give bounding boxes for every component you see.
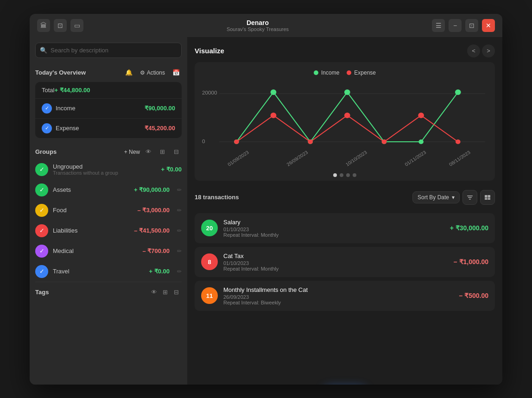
svg-text:26/09/2023: 26/09/2023 — [286, 150, 309, 167]
filter-button-2[interactable] — [480, 190, 495, 205]
svg-point-9 — [418, 139, 424, 144]
deselect-icon[interactable]: ⊟ — [171, 146, 182, 158]
svg-rect-28 — [485, 198, 488, 200]
liabilities-value: – ₹41,500.00 — [134, 227, 170, 234]
actions-icon: ⚙ — [140, 69, 145, 76]
expense-label: ✓ Expense — [42, 123, 145, 133]
groups-header: Groups + New 👁 ⊞ ⊟ — [30, 142, 187, 159]
chart-dot-4[interactable] — [353, 173, 356, 177]
group-item-liabilities[interactable]: ✓ Liabilities – ₹41,500.00 ✏ — [30, 221, 187, 241]
trans-repeat-installments: Repeat Interval: Biweekly — [223, 300, 454, 305]
legend-income: Income — [314, 69, 339, 76]
liabilities-icon: ✓ — [35, 224, 48, 237]
overview-header: Today's Overview 🔔 ⚙ Actions 📅 — [30, 63, 187, 82]
actions-button[interactable]: ⚙ Actions — [137, 69, 168, 77]
medical-name: Medical — [53, 247, 138, 254]
chart-dot-3[interactable] — [346, 173, 350, 177]
food-value: – ₹3,000.00 — [138, 207, 170, 214]
trans-amount-installments: – ₹500.00 — [459, 292, 489, 299]
calendar-icon[interactable]: 📅 — [171, 67, 182, 78]
trans-amount-salary: + ₹30,000.00 — [450, 224, 488, 232]
chevron-down-icon: ▾ — [452, 194, 455, 201]
assets-icon: ✓ — [35, 183, 48, 196]
chart-next-button[interactable]: > — [482, 44, 495, 57]
medical-edit-icon[interactable]: ✏ — [177, 248, 182, 254]
svg-text:01/11/2023: 01/11/2023 — [404, 150, 427, 167]
menu-button[interactable]: ☰ — [432, 19, 445, 32]
trans-amount-cattax: – ₹1,000.00 — [454, 258, 488, 265]
tb-icon-window[interactable]: ▭ — [70, 19, 83, 32]
group-item-travel[interactable]: ✓ Travel + ₹0.00 ✏ — [30, 261, 187, 282]
liabilities-edit-icon[interactable]: ✏ — [177, 227, 182, 234]
total-label: Total — [42, 87, 54, 94]
travel-icon: ✓ — [35, 265, 48, 278]
new-group-button[interactable]: + New — [124, 149, 140, 155]
search-icon: 🔍 — [40, 47, 47, 54]
transaction-salary[interactable]: 20 Salary 01/10/2023 Repeat Interval: Mo… — [195, 213, 495, 243]
chart-dot-2[interactable] — [340, 173, 343, 177]
svg-text:08/11/2023: 08/11/2023 — [448, 150, 471, 167]
grid-icon[interactable]: ⊞ — [157, 146, 168, 158]
svg-rect-24 — [468, 197, 472, 198]
tb-icon-layout[interactable]: ⊡ — [54, 19, 67, 32]
close-button[interactable]: ✕ — [482, 19, 495, 32]
overview-title: Today's Overview — [35, 69, 120, 76]
app-title: Denaro — [83, 19, 432, 26]
search-input[interactable] — [35, 43, 182, 58]
food-name: Food — [53, 207, 133, 214]
food-edit-icon[interactable]: ✏ — [177, 207, 182, 214]
assets-value: + ₹90,000.00 — [134, 186, 170, 193]
notification-icon[interactable]: 🔔 — [123, 67, 134, 78]
expense-check-icon: ✓ — [42, 123, 52, 133]
assets-edit-icon[interactable]: ✏ — [177, 187, 182, 193]
trans-date-cattax: 01/10/2023 — [223, 260, 448, 266]
trans-name-installments: Monthly Installments on the Cat — [223, 286, 454, 293]
trans-date-installments: 26/09/2023 — [223, 294, 454, 300]
ungrouped-value: + ₹0.00 — [161, 166, 182, 173]
transaction-installments[interactable]: 11 Monthly Installments on the Cat 26/09… — [195, 281, 495, 311]
total-card: Total + ₹44,800.00 — [35, 82, 182, 99]
ungrouped-sub: Transactions without a group — [53, 170, 156, 176]
trans-date-salary: 01/10/2023 — [223, 227, 444, 232]
maximize-button[interactable]: ⊡ — [465, 19, 478, 32]
tb-icon-home[interactable]: 🏛 — [37, 19, 50, 32]
svg-rect-23 — [467, 196, 473, 196]
food-icon: ✓ — [35, 204, 48, 217]
chart-prev-button[interactable]: < — [467, 44, 480, 57]
actions-label: Actions — [147, 69, 165, 76]
chart-dot-1[interactable] — [333, 173, 337, 177]
total-value: + ₹44,800.00 — [54, 87, 90, 94]
svg-point-14 — [344, 113, 350, 118]
chart-pagination — [333, 173, 356, 177]
app-subtitle: Sourav's Spooky Treasures — [83, 26, 432, 32]
svg-rect-25 — [469, 199, 471, 200]
trans-num-11: 11 — [201, 287, 218, 304]
svg-point-15 — [382, 139, 387, 144]
transactions-count: 18 transactions — [195, 194, 412, 201]
group-item-ungrouped[interactable]: ✓ Ungrouped Transactions without a group… — [30, 159, 187, 180]
trans-repeat-salary: Repeat Interval: Monthly — [223, 232, 444, 238]
minimize-button[interactable]: − — [449, 19, 462, 32]
group-item-assets[interactable]: ✓ Assets + ₹90,000.00 ✏ — [30, 180, 187, 200]
right-panel: Visualize < > Income Expense — [187, 37, 502, 385]
legend-expense: Expense — [347, 69, 376, 76]
visibility-icon[interactable]: 👁 — [143, 146, 154, 158]
tags-visibility-icon[interactable]: 👁 — [148, 287, 159, 298]
trans-name-salary: Salary — [223, 219, 444, 226]
tags-deselect-icon[interactable]: ⊟ — [171, 287, 182, 298]
transaction-cattax[interactable]: 8 Cat Tax 01/10/2023 Repeat Interval: Mo… — [195, 247, 495, 277]
sort-by-date-button[interactable]: Sort By Date ▾ — [412, 191, 460, 203]
travel-name: Travel — [53, 268, 144, 275]
group-item-medical[interactable]: ✓ Medical – ₹700.00 ✏ — [30, 241, 187, 261]
tags-section: Tags 👁 ⊞ ⊟ — [30, 282, 187, 303]
income-check-icon: ✓ — [42, 103, 52, 114]
tags-grid-icon[interactable]: ⊞ — [159, 287, 171, 298]
group-item-food[interactable]: ✓ Food – ₹3,000.00 ✏ — [30, 200, 187, 221]
assets-name: Assets — [53, 186, 129, 193]
transactions-section: 18 transactions Sort By Date ▾ — [187, 188, 502, 385]
svg-point-10 — [455, 89, 461, 95]
travel-edit-icon[interactable]: ✏ — [177, 268, 182, 275]
filter-button-1[interactable] — [462, 190, 477, 205]
medical-icon: ✓ — [35, 245, 48, 258]
svg-rect-26 — [485, 195, 488, 198]
